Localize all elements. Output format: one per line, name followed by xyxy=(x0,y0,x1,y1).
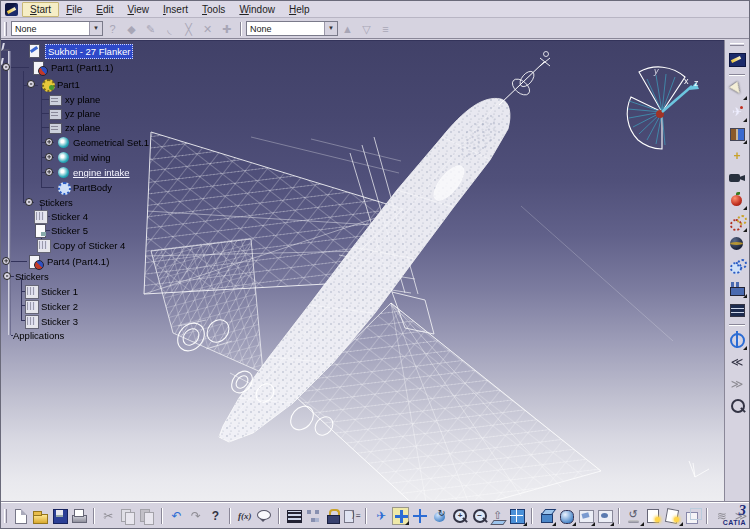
tree-item-label[interactable]: PartBody xyxy=(73,181,112,194)
sticker-tree-icon[interactable] xyxy=(34,210,47,223)
camera-icon[interactable] xyxy=(728,169,746,187)
toolbar-grip[interactable] xyxy=(4,509,7,523)
light-b-icon[interactable] xyxy=(664,507,681,525)
apple-icon[interactable] xyxy=(728,191,746,209)
sub-toolbar-arrow-icon[interactable] xyxy=(572,522,576,526)
tree-item-label[interactable]: Sticker 2 xyxy=(41,300,78,313)
save-icon[interactable] xyxy=(51,507,68,525)
tree-item-label[interactable]: Stickers xyxy=(15,270,49,283)
swirl-tree-icon[interactable] xyxy=(57,166,70,179)
sub-toolbar-arrow-icon[interactable] xyxy=(591,522,595,526)
workbench-combo-1[interactable]: None▼ xyxy=(11,21,103,36)
catia-app-icon[interactable] xyxy=(5,3,18,16)
tree-item-label[interactable]: engine intake xyxy=(73,166,130,179)
swirl-tree-icon[interactable] xyxy=(57,151,70,164)
rotate-icon[interactable] xyxy=(431,507,448,525)
tree-item-label[interactable]: Part1 (Part1.1) xyxy=(51,61,113,74)
tree-expand-knob[interactable]: - xyxy=(3,272,11,280)
sub-toolbar-arrow-icon[interactable] xyxy=(610,522,614,526)
sub-toolbar-arrow-icon[interactable] xyxy=(640,522,644,526)
light-a-icon[interactable] xyxy=(645,507,662,525)
sub-toolbar-arrow-icon[interactable] xyxy=(743,228,747,232)
tree-expand-knob[interactable]: - xyxy=(2,63,10,71)
fitall-icon[interactable] xyxy=(392,507,409,525)
sub-toolbar-arrow-icon[interactable] xyxy=(679,522,683,526)
plane-tree-icon[interactable] xyxy=(48,121,61,134)
frames-icon[interactable] xyxy=(728,301,746,319)
sub-toolbar-arrow-icon[interactable] xyxy=(405,521,409,525)
sub-toolbar-arrow-icon[interactable] xyxy=(743,206,747,210)
zoomout-icon[interactable] xyxy=(470,507,487,525)
tree-item-label[interactable]: Copy of Sticker 4 xyxy=(53,239,125,252)
globe-icon[interactable] xyxy=(728,235,746,253)
zoomin-icon[interactable] xyxy=(450,507,467,525)
new-icon[interactable] xyxy=(12,507,29,525)
turntable-icon[interactable] xyxy=(625,507,642,525)
fly-through-icon[interactable]: ✈ xyxy=(728,103,746,121)
undo-icon[interactable]: ↶ xyxy=(168,507,185,525)
pan-icon[interactable] xyxy=(411,507,428,525)
gear-y-tree-icon[interactable] xyxy=(41,78,54,91)
menu-tools[interactable]: Tools xyxy=(195,3,232,16)
select-icon[interactable] xyxy=(728,81,746,99)
winlist-icon[interactable] xyxy=(343,507,360,525)
part-tree-icon[interactable] xyxy=(29,255,42,268)
tree-expand-knob[interactable]: + xyxy=(2,257,10,265)
menu-view[interactable]: View xyxy=(120,3,156,16)
tree-expand-knob[interactable]: + xyxy=(45,153,53,161)
doc-tree-icon[interactable] xyxy=(28,44,41,57)
chat-icon[interactable] xyxy=(255,507,272,525)
orgchart-icon[interactable] xyxy=(304,507,321,525)
tree-item-label[interactable]: Part1 xyxy=(57,78,80,91)
swirl-tree-icon[interactable] xyxy=(57,136,70,149)
sub-toolbar-arrow-icon[interactable] xyxy=(743,346,747,350)
tree-item-label[interactable]: xy plane xyxy=(65,93,100,106)
skip-start-icon[interactable]: ≪ xyxy=(728,353,746,371)
table-icon[interactable] xyxy=(285,507,302,525)
catalog-icon[interactable] xyxy=(728,125,746,143)
factory-icon[interactable] xyxy=(728,279,746,297)
menu-window[interactable]: Window xyxy=(232,3,282,16)
gear-red-icon[interactable] xyxy=(728,213,746,231)
print-icon[interactable] xyxy=(70,507,87,525)
menu-help[interactable]: Help xyxy=(282,3,317,16)
tree-item-label[interactable]: zx plane xyxy=(65,121,100,134)
multiview-icon[interactable] xyxy=(508,507,525,525)
sticker-tree-icon[interactable] xyxy=(37,239,50,252)
gears-blue-icon[interactable] xyxy=(728,257,746,275)
tree-item-label[interactable]: Part4 (Part4.1) xyxy=(47,255,109,268)
menu-edit[interactable]: Edit xyxy=(89,3,120,16)
sub-toolbar-arrow-icon[interactable] xyxy=(552,522,556,526)
menu-start[interactable]: Start xyxy=(22,2,59,17)
body-tree-icon[interactable] xyxy=(57,181,70,194)
tree-expand-knob[interactable]: + xyxy=(45,168,53,176)
tree-item-label[interactable]: Applications xyxy=(13,329,64,342)
sub-toolbar-arrow-icon[interactable] xyxy=(743,294,747,298)
tree-item-label[interactable]: Geometrical Set.1 xyxy=(73,136,149,149)
sub-toolbar-arrow-icon[interactable] xyxy=(743,140,747,144)
sub-toolbar-arrow-icon[interactable] xyxy=(743,118,747,122)
sub-toolbar-arrow-icon[interactable] xyxy=(523,522,527,526)
toolbar-grip[interactable] xyxy=(730,43,744,46)
tree-item-label[interactable]: Sticker 3 xyxy=(41,315,78,328)
part-tree-icon[interactable] xyxy=(33,61,46,74)
plane-tree-icon[interactable] xyxy=(48,107,61,120)
menu-file[interactable]: File xyxy=(59,3,89,16)
workbench-icon[interactable] xyxy=(728,51,746,69)
workbench-combo-2[interactable]: None▼ xyxy=(246,21,338,36)
sub-toolbar-arrow-icon[interactable] xyxy=(743,96,747,100)
normalview-icon[interactable] xyxy=(489,507,506,525)
tree-item-label[interactable]: yz plane xyxy=(65,107,100,120)
tree-item-label[interactable]: Stickers xyxy=(39,196,73,209)
tree-expand-knob[interactable]: + xyxy=(45,138,53,146)
search-icon[interactable] xyxy=(728,397,746,415)
view-a-icon[interactable] xyxy=(577,507,594,525)
view-compass[interactable]: y x z xyxy=(627,66,699,149)
sticker-tree-icon[interactable] xyxy=(25,300,38,313)
sticker-tree-icon[interactable] xyxy=(25,285,38,298)
fly-icon[interactable]: ✈ xyxy=(372,507,389,525)
3d-viewport[interactable]: y x z Sukhoi - 27 Flanker-Part1 (Part1.1… xyxy=(1,40,750,504)
tree-item-label[interactable]: Sticker 5 xyxy=(51,224,88,237)
open-icon[interactable] xyxy=(31,507,48,525)
steering-icon[interactable] xyxy=(728,331,746,349)
